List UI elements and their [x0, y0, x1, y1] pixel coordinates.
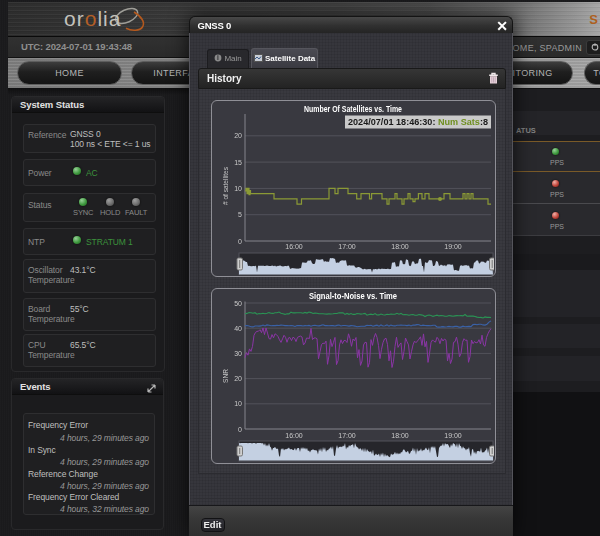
svg-text:18:00: 18:00: [391, 431, 409, 438]
svg-text:5: 5: [238, 211, 242, 218]
svg-text:40: 40: [234, 324, 242, 331]
svg-text:Number Of Satellites vs. Time: Number Of Satellites vs. Time: [304, 104, 402, 114]
svg-text:18:00: 18:00: [391, 243, 409, 250]
svg-text:0: 0: [238, 238, 242, 245]
svg-text:17:00: 17:00: [338, 243, 356, 250]
svg-text:# of satellites: # of satellites: [222, 166, 229, 205]
svg-text:15: 15: [234, 159, 242, 166]
svg-text:2024/07/01 18:46:30: Num Sats:: 2024/07/01 18:46:30: Num Sats:8: [348, 117, 488, 127]
svg-text:10: 10: [234, 185, 242, 192]
svg-text:16:00: 16:00: [285, 431, 303, 438]
svg-text:17:00: 17:00: [338, 431, 356, 438]
svg-text:10: 10: [234, 400, 242, 407]
svg-text:30: 30: [234, 349, 242, 356]
svg-text:19:00: 19:00: [444, 243, 462, 250]
svg-text:i: i: [217, 54, 219, 61]
svg-text:SNR: SNR: [222, 368, 229, 382]
svg-text:50: 50: [234, 299, 242, 306]
svg-text:19:00: 19:00: [444, 431, 462, 438]
svg-text:Signal-to-Noise vs. Time: Signal-to-Noise vs. Time: [309, 290, 397, 300]
svg-text:0: 0: [238, 425, 242, 432]
svg-text:16:00: 16:00: [285, 243, 303, 250]
svg-text:20: 20: [234, 132, 242, 139]
svg-text:20: 20: [234, 375, 242, 382]
